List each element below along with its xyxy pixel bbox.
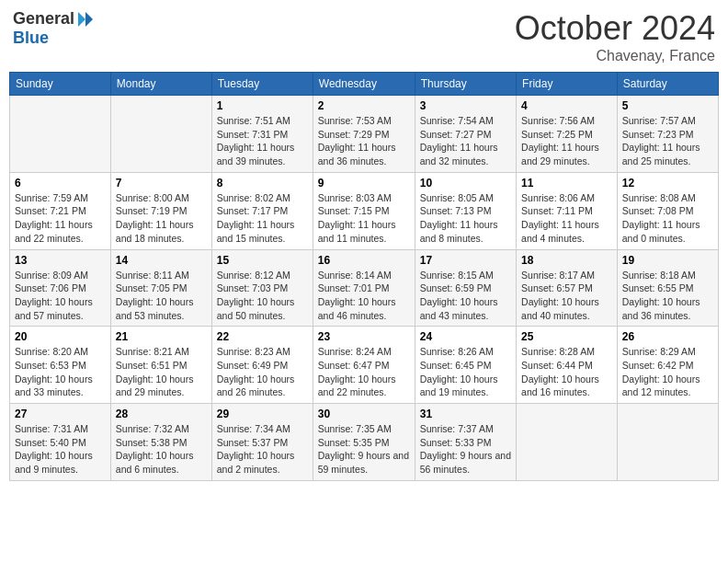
weekday-header-saturday: Saturday [617, 73, 718, 96]
day-info: Sunrise: 8:03 AM Sunset: 7:15 PM Dayligh… [318, 191, 410, 246]
day-number: 11 [521, 177, 612, 190]
day-info: Sunrise: 8:00 AM Sunset: 7:19 PM Dayligh… [116, 191, 207, 246]
day-number: 5 [622, 99, 713, 112]
day-number: 4 [521, 99, 612, 112]
calendar-cell: 26Sunrise: 8:29 AM Sunset: 6:42 PM Dayli… [617, 327, 718, 404]
logo-blue-text: Blue [13, 29, 49, 48]
day-number: 12 [622, 177, 713, 190]
day-info: Sunrise: 8:28 AM Sunset: 6:44 PM Dayligh… [521, 345, 612, 399]
calendar-cell: 25Sunrise: 8:28 AM Sunset: 6:44 PM Dayli… [517, 327, 618, 404]
weekday-header-sunday: Sunday [10, 73, 111, 96]
day-info: Sunrise: 8:06 AM Sunset: 7:11 PM Dayligh… [521, 191, 612, 246]
location-title: Chavenay, France [515, 48, 715, 64]
day-number: 19 [622, 254, 713, 267]
day-number: 26 [622, 330, 713, 343]
day-number: 8 [217, 177, 308, 190]
day-info: Sunrise: 8:02 AM Sunset: 7:17 PM Dayligh… [217, 191, 308, 246]
calendar-cell: 1Sunrise: 7:51 AM Sunset: 7:31 PM Daylig… [211, 96, 313, 173]
day-info: Sunrise: 7:56 AM Sunset: 7:25 PM Dayligh… [521, 114, 612, 168]
day-number: 17 [420, 254, 511, 267]
day-number: 20 [15, 330, 106, 343]
day-info: Sunrise: 8:26 AM Sunset: 6:45 PM Dayligh… [420, 345, 511, 399]
calendar-cell [517, 404, 618, 481]
weekday-header-monday: Monday [110, 73, 211, 96]
calendar-cell: 3Sunrise: 7:54 AM Sunset: 7:27 PM Daylig… [415, 96, 516, 173]
calendar-week-row-3: 13Sunrise: 8:09 AM Sunset: 7:06 PM Dayli… [10, 249, 719, 327]
calendar-cell: 22Sunrise: 8:23 AM Sunset: 6:49 PM Dayli… [211, 327, 313, 404]
logo-general-text: General [13, 9, 74, 29]
day-number: 3 [420, 99, 511, 112]
day-number: 18 [521, 254, 612, 267]
day-number: 27 [15, 408, 106, 420]
day-info: Sunrise: 7:37 AM Sunset: 5:33 PM Dayligh… [420, 422, 511, 477]
weekday-header-friday: Friday [517, 73, 618, 96]
day-number: 24 [420, 330, 511, 343]
day-number: 28 [116, 408, 207, 420]
page-header: General Blue October 2024 Chavenay, Fran… [9, 9, 719, 64]
calendar-week-row-4: 20Sunrise: 8:20 AM Sunset: 6:53 PM Dayli… [10, 327, 719, 404]
calendar-cell: 12Sunrise: 8:08 AM Sunset: 7:08 PM Dayli… [617, 172, 718, 249]
day-info: Sunrise: 7:51 AM Sunset: 7:31 PM Dayligh… [217, 114, 308, 168]
calendar-cell: 23Sunrise: 8:24 AM Sunset: 6:47 PM Dayli… [313, 327, 415, 404]
month-year-title: October 2024 [515, 9, 715, 48]
weekday-header-thursday: Thursday [415, 73, 516, 96]
calendar-cell: 28Sunrise: 7:32 AM Sunset: 5:38 PM Dayli… [110, 404, 211, 481]
day-number: 6 [15, 177, 106, 190]
day-number: 31 [420, 408, 511, 420]
day-info: Sunrise: 8:23 AM Sunset: 6:49 PM Dayligh… [217, 345, 308, 399]
day-number: 2 [318, 99, 410, 112]
day-number: 29 [217, 408, 308, 420]
day-info: Sunrise: 8:09 AM Sunset: 7:06 PM Dayligh… [15, 269, 106, 323]
day-number: 22 [217, 330, 308, 343]
calendar-cell: 4Sunrise: 7:56 AM Sunset: 7:25 PM Daylig… [517, 96, 618, 173]
day-info: Sunrise: 8:12 AM Sunset: 7:03 PM Dayligh… [217, 269, 308, 323]
calendar-cell [10, 96, 111, 173]
calendar-cell: 17Sunrise: 8:15 AM Sunset: 6:59 PM Dayli… [415, 249, 516, 327]
calendar-cell: 27Sunrise: 7:31 AM Sunset: 5:40 PM Dayli… [10, 404, 111, 481]
day-info: Sunrise: 8:17 AM Sunset: 6:57 PM Dayligh… [521, 269, 612, 323]
calendar-table: SundayMondayTuesdayWednesdayThursdayFrid… [9, 72, 719, 481]
day-info: Sunrise: 7:32 AM Sunset: 5:38 PM Dayligh… [116, 422, 207, 477]
day-info: Sunrise: 7:57 AM Sunset: 7:23 PM Dayligh… [622, 114, 713, 168]
calendar-cell: 11Sunrise: 8:06 AM Sunset: 7:11 PM Dayli… [517, 172, 618, 249]
weekday-header-wednesday: Wednesday [313, 73, 415, 96]
day-info: Sunrise: 8:11 AM Sunset: 7:05 PM Dayligh… [116, 269, 207, 323]
calendar-cell: 8Sunrise: 8:02 AM Sunset: 7:17 PM Daylig… [211, 172, 313, 249]
day-info: Sunrise: 8:05 AM Sunset: 7:13 PM Dayligh… [420, 191, 511, 246]
day-number: 25 [521, 330, 612, 343]
day-number: 16 [318, 254, 410, 267]
day-number: 7 [116, 177, 207, 190]
day-number: 9 [318, 177, 410, 190]
calendar-cell: 9Sunrise: 8:03 AM Sunset: 7:15 PM Daylig… [313, 172, 415, 249]
day-number: 15 [217, 254, 308, 267]
calendar-cell: 2Sunrise: 7:53 AM Sunset: 7:29 PM Daylig… [313, 96, 415, 173]
day-info: Sunrise: 8:20 AM Sunset: 6:53 PM Dayligh… [15, 345, 106, 399]
day-info: Sunrise: 8:15 AM Sunset: 6:59 PM Dayligh… [420, 269, 511, 323]
day-number: 23 [318, 330, 410, 343]
calendar-cell: 6Sunrise: 7:59 AM Sunset: 7:21 PM Daylig… [10, 172, 111, 249]
title-section: October 2024 Chavenay, France [515, 9, 715, 64]
calendar-cell: 19Sunrise: 8:18 AM Sunset: 6:55 PM Dayli… [617, 249, 718, 327]
weekday-header-tuesday: Tuesday [211, 73, 313, 96]
day-info: Sunrise: 7:54 AM Sunset: 7:27 PM Dayligh… [420, 114, 511, 168]
day-info: Sunrise: 8:29 AM Sunset: 6:42 PM Dayligh… [622, 345, 713, 399]
calendar-cell [110, 96, 211, 173]
calendar-cell: 15Sunrise: 8:12 AM Sunset: 7:03 PM Dayli… [211, 249, 313, 327]
day-number: 14 [116, 254, 207, 267]
day-info: Sunrise: 7:59 AM Sunset: 7:21 PM Dayligh… [15, 191, 106, 246]
day-info: Sunrise: 7:35 AM Sunset: 5:35 PM Dayligh… [318, 422, 410, 477]
calendar-cell: 14Sunrise: 8:11 AM Sunset: 7:05 PM Dayli… [110, 249, 211, 327]
calendar-cell: 24Sunrise: 8:26 AM Sunset: 6:45 PM Dayli… [415, 327, 516, 404]
weekday-header-row: SundayMondayTuesdayWednesdayThursdayFrid… [10, 73, 719, 96]
calendar-cell: 18Sunrise: 8:17 AM Sunset: 6:57 PM Dayli… [517, 249, 618, 327]
calendar-week-row-2: 6Sunrise: 7:59 AM Sunset: 7:21 PM Daylig… [10, 172, 719, 249]
day-info: Sunrise: 7:34 AM Sunset: 5:37 PM Dayligh… [217, 422, 308, 477]
day-number: 10 [420, 177, 511, 190]
day-number: 1 [217, 99, 308, 112]
day-info: Sunrise: 8:21 AM Sunset: 6:51 PM Dayligh… [116, 345, 207, 399]
calendar-cell: 20Sunrise: 8:20 AM Sunset: 6:53 PM Dayli… [10, 327, 111, 404]
calendar-week-row-5: 27Sunrise: 7:31 AM Sunset: 5:40 PM Dayli… [10, 404, 719, 481]
calendar-cell: 31Sunrise: 7:37 AM Sunset: 5:33 PM Dayli… [415, 404, 516, 481]
logo: General Blue [13, 9, 95, 48]
day-info: Sunrise: 7:53 AM Sunset: 7:29 PM Dayligh… [318, 114, 410, 168]
